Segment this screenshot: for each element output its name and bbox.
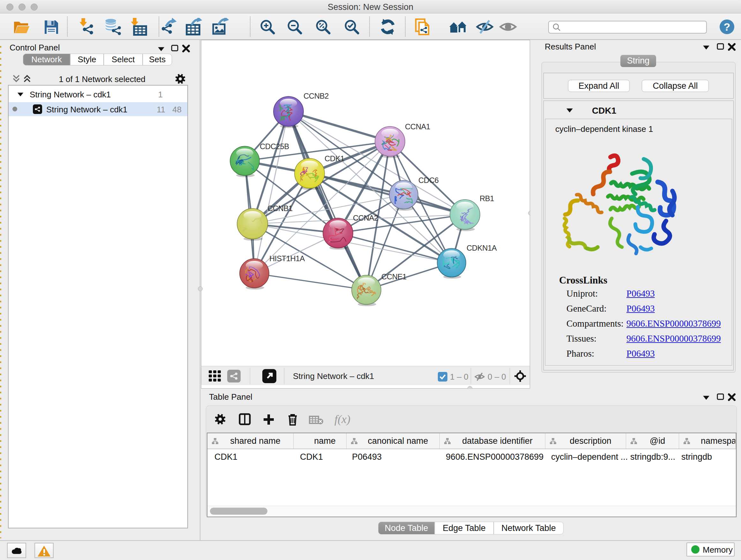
svg-text:CCNE1: CCNE1 <box>381 272 407 281</box>
svg-text:CDC25B: CDC25B <box>260 142 289 151</box>
svg-text:CDC6: CDC6 <box>418 176 439 185</box>
svg-text:CCNB1: CCNB1 <box>267 204 293 212</box>
svg-text:CDK1: CDK1 <box>325 154 344 163</box>
svg-text:CCNA1: CCNA1 <box>405 122 430 131</box>
svg-text:HIST1H1A: HIST1H1A <box>269 254 305 263</box>
svg-text:CDKN1A: CDKN1A <box>467 244 497 252</box>
svg-text:CCNB2: CCNB2 <box>304 91 329 100</box>
svg-text:CCNA2: CCNA2 <box>353 213 378 222</box>
svg-text:RB1: RB1 <box>480 194 494 203</box>
